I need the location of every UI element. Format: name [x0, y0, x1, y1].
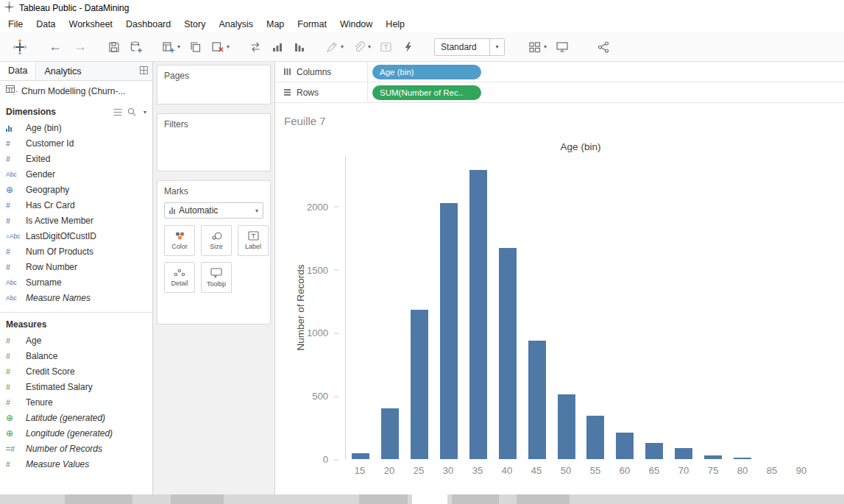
menu-item-format[interactable]: Format	[291, 17, 333, 32]
chevron-down-icon[interactable]: ▾	[143, 109, 146, 116]
number-icon: #	[6, 399, 26, 406]
pane-tabs: Data Analytics	[0, 62, 152, 81]
rows-shelf-text: Rows	[297, 88, 319, 98]
field-exited[interactable]: #Exited	[0, 151, 152, 166]
view-list-icon[interactable]	[113, 108, 122, 116]
label-button[interactable]: Label	[238, 225, 269, 256]
lightning-icon[interactable]	[397, 36, 419, 58]
bar-age-30[interactable]	[440, 203, 458, 459]
bar-age-40[interactable]	[499, 248, 517, 459]
bar-age-80[interactable]	[734, 458, 751, 459]
clear-sheet-icon[interactable]: ▾	[207, 36, 234, 58]
bar-slot	[464, 156, 493, 459]
highlight-pen-icon[interactable]: ▾	[321, 36, 348, 58]
measures-header-row: Measures	[0, 312, 152, 333]
field-lastdigitofcustid[interactable]: =AbcLastDigitOfCustID	[0, 228, 152, 244]
menu-item-help[interactable]: Help	[379, 17, 411, 32]
chevron-down-icon[interactable]: ▾	[489, 39, 504, 55]
menu-item-data[interactable]: Data	[29, 17, 62, 32]
field-surname[interactable]: AbcSurname	[0, 274, 152, 290]
search-icon[interactable]	[127, 107, 136, 116]
x-tick-label: 25	[404, 465, 433, 476]
field-label: Measure Names	[26, 293, 91, 303]
bar-age-60[interactable]	[616, 433, 634, 459]
bar-age-70[interactable]	[675, 448, 692, 459]
menu-item-file[interactable]: File	[1, 17, 29, 32]
field-label: Num Of Products	[26, 246, 93, 257]
tooltip-button[interactable]: Tooltip	[201, 262, 232, 293]
field-measure-names[interactable]: AbcMeasure Names	[0, 290, 152, 305]
columns-pill[interactable]: Age (bin)	[372, 65, 481, 79]
menu-item-map[interactable]: Map	[260, 17, 291, 32]
tab-analytics[interactable]: Analytics	[35, 62, 152, 80]
field-customer-id[interactable]: #Customer Id	[0, 135, 152, 151]
chevron-down-icon: ▾	[368, 43, 371, 50]
filters-shelf[interactable]: Filters	[157, 113, 271, 171]
field-measure-values[interactable]: #Measure Values	[0, 456, 152, 472]
sort-descending-icon[interactable]	[288, 36, 311, 58]
field-longitude-generated[interactable]: ⊕Longitude (generated)	[0, 425, 152, 441]
detail-button[interactable]: Detail	[164, 262, 195, 293]
tableau-home-icon[interactable]	[7, 36, 32, 58]
number-icon: #	[6, 155, 26, 163]
abc-icon: Abc	[6, 294, 26, 302]
bar-age-50[interactable]	[558, 394, 575, 459]
bar-age-45[interactable]	[528, 341, 546, 459]
datasource-item[interactable]: Churn Modelling (Churn-...	[0, 81, 152, 102]
rows-pill[interactable]: SUM(Number of Rec..	[372, 85, 481, 100]
tab-data[interactable]: Data	[0, 62, 35, 80]
bar-age-25[interactable]	[411, 310, 428, 459]
swap-axes-icon[interactable]	[244, 36, 266, 58]
paperclip-icon[interactable]: ▾	[348, 36, 375, 58]
field-credit-score[interactable]: #Credit Score	[0, 363, 152, 379]
pages-shelf[interactable]: Pages	[157, 65, 271, 104]
field-row-number[interactable]: #Row Number	[0, 259, 152, 274]
redo-icon[interactable]: →	[68, 36, 93, 58]
bar-age-35[interactable]	[469, 170, 487, 459]
marks-card[interactable]: Marks Automatic ▾ Color Size	[157, 180, 271, 324]
label-icon	[248, 231, 259, 241]
menu-item-worksheet[interactable]: Worksheet	[63, 17, 120, 32]
mark-type-select[interactable]: Automatic ▾	[164, 202, 263, 219]
bar-age-20[interactable]	[381, 408, 399, 459]
pane-options-icon[interactable]	[140, 66, 148, 77]
share-icon[interactable]	[592, 36, 614, 58]
sort-ascending-icon[interactable]	[266, 36, 288, 58]
size-button[interactable]: Size	[201, 225, 232, 256]
field-gender[interactable]: AbcGender	[0, 166, 152, 182]
rows-shelf[interactable]: Rows SUM(Number of Rec..	[275, 82, 844, 103]
color-button-label: Color	[171, 243, 188, 250]
field-latitude-generated[interactable]: ⊕Latitude (generated)	[0, 410, 152, 425]
status-bar	[0, 494, 844, 504]
field-balance[interactable]: #Balance	[0, 348, 152, 363]
bar-age-15[interactable]	[352, 453, 369, 459]
undo-icon[interactable]: ←	[43, 36, 68, 58]
field-is-active-member[interactable]: #Is Active Member	[0, 213, 152, 228]
field-age-bin[interactable]: Age (bin)	[0, 120, 152, 135]
columns-shelf[interactable]: Columns Age (bin)	[275, 62, 844, 82]
presentation-mode-icon[interactable]	[551, 36, 573, 58]
menu-item-analysis[interactable]: Analysis	[212, 17, 260, 32]
show-cards-icon[interactable]: ▾	[524, 36, 551, 58]
menu-item-story[interactable]: Story	[177, 17, 212, 32]
duplicate-sheet-icon[interactable]	[185, 36, 207, 58]
bar-age-55[interactable]	[586, 416, 604, 459]
field-age[interactable]: #Age	[0, 333, 152, 348]
bar-age-75[interactable]	[704, 455, 722, 459]
menu-item-dashboard[interactable]: Dashboard	[119, 17, 177, 32]
field-geography[interactable]: ⊕Geography	[0, 182, 152, 197]
status-segment	[359, 494, 408, 504]
field-tenure[interactable]: #Tenure	[0, 394, 152, 410]
color-button[interactable]: Color	[164, 225, 195, 256]
new-worksheet-icon[interactable]: ▾	[157, 36, 185, 58]
new-datasource-icon[interactable]	[125, 36, 147, 58]
fit-mode-select[interactable]: Standard ▾	[434, 38, 505, 56]
field-num-of-products[interactable]: #Num Of Products	[0, 244, 152, 259]
menu-item-window[interactable]: Window	[333, 17, 379, 32]
save-icon[interactable]	[103, 36, 125, 58]
field-number-of-records[interactable]: =#Number of Records	[0, 441, 152, 456]
text-label-icon[interactable]	[375, 36, 397, 58]
field-has-cr-card[interactable]: #Has Cr Card	[0, 197, 152, 213]
field-estimated-salary[interactable]: #Estimated Salary	[0, 379, 152, 394]
bar-age-65[interactable]	[645, 443, 663, 459]
